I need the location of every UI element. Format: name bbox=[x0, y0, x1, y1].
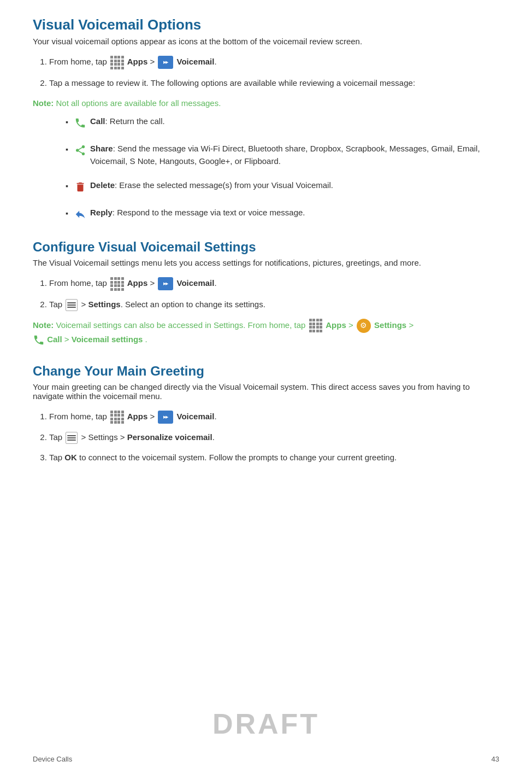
note2-period: . bbox=[145, 335, 147, 344]
apps-icon-3 bbox=[309, 319, 323, 332]
call-icon bbox=[73, 115, 88, 131]
bullet-share-content: Share: Send the message via Wi-Fi Direct… bbox=[90, 143, 499, 167]
apps-icon-4 bbox=[110, 411, 124, 424]
section3-subtitle: Your main greeting can be changed direct… bbox=[33, 382, 499, 401]
note2-body1: Voicemail settings can also be accessed … bbox=[56, 320, 308, 330]
apps-label-3: Apps bbox=[127, 412, 148, 421]
step2-2-suffix: > bbox=[81, 300, 88, 309]
note2-gt2: > bbox=[409, 320, 413, 330]
share-icon bbox=[73, 143, 88, 158]
delete-icon bbox=[73, 179, 88, 195]
note1: Note: Not all options are available for … bbox=[33, 97, 499, 110]
voicemail-label-3: Voicemail bbox=[177, 412, 215, 421]
section2-step2: Tap > Settings. Select an option to chan… bbox=[49, 298, 499, 311]
bullet-list-1: Call: Return the call. Share: Send the m… bbox=[66, 115, 499, 222]
step3-3-end: to connect to the voicemail system. Foll… bbox=[77, 453, 397, 462]
bullet-delete: Delete: Erase the selected message(s) fr… bbox=[66, 179, 499, 195]
step2-1-text: From home, tap bbox=[49, 278, 109, 288]
section1-step2: Tap a message to review it. The followin… bbox=[49, 77, 499, 90]
apps-label-2: Apps bbox=[127, 278, 148, 288]
section1-title: Visual Voicemail Options bbox=[33, 16, 499, 33]
bullet-call: Call: Return the call. bbox=[66, 115, 499, 131]
bullet-reply: Reply: Respond to the message via text o… bbox=[66, 207, 499, 222]
note2-label: Note: bbox=[33, 320, 54, 330]
gt-1: > bbox=[150, 57, 157, 66]
reply-icon bbox=[73, 207, 88, 222]
voicemail-label-2: Voicemail bbox=[177, 278, 215, 288]
voicemail-icon-3 bbox=[158, 411, 173, 424]
step3-2-end: . bbox=[212, 432, 215, 442]
section3-step3: Tap OK to connect to the voicemail syste… bbox=[49, 452, 499, 464]
step3-3-text: Tap bbox=[49, 453, 64, 462]
step2-2-prefix: Tap bbox=[49, 300, 64, 309]
menu-icon-1 bbox=[66, 299, 78, 311]
bullet-call-body: : Return the call. bbox=[105, 116, 164, 126]
settings-icon-note: ⚙ bbox=[357, 319, 371, 333]
step3-2-suffix: > Settings > bbox=[81, 432, 127, 442]
bullet-delete-body: : Erase the selected message(s) from you… bbox=[115, 180, 333, 190]
section3-step1: From home, tap Apps > Voicemail. bbox=[49, 411, 499, 424]
note2-apps: Apps bbox=[326, 320, 346, 330]
note2: Note: Voicemail settings can also be acc… bbox=[33, 319, 499, 346]
section2-title: Configure Visual Voicemail Settings bbox=[33, 239, 499, 255]
voicemail-icon-2 bbox=[158, 277, 173, 290]
note2-gt3: > bbox=[64, 335, 72, 344]
voicemail-icon-1 bbox=[158, 56, 173, 69]
note1-label: Note: bbox=[33, 98, 54, 108]
bullet-share: Share: Send the message via Wi-Fi Direct… bbox=[66, 143, 499, 167]
section3-title: Change Your Main Greeting bbox=[33, 364, 499, 379]
bullet-call-label: Call bbox=[90, 116, 105, 126]
step2-2-end: . Select an option to change its setting… bbox=[121, 300, 265, 309]
note2-settings: Settings bbox=[374, 320, 406, 330]
apps-icon-2 bbox=[110, 277, 124, 291]
bullet-call-content: Call: Return the call. bbox=[90, 115, 165, 128]
apps-icon bbox=[110, 56, 124, 69]
bullet-delete-label: Delete bbox=[90, 180, 115, 190]
section2-subtitle: The Visual Voicemail settings menu lets … bbox=[33, 258, 499, 267]
footer-right: 43 bbox=[492, 755, 499, 763]
voicemail-label-1: Voicemail bbox=[177, 57, 215, 66]
bullet-reply-content: Reply: Respond to the message via text o… bbox=[90, 207, 305, 219]
step3-1-text: From home, tap bbox=[49, 412, 109, 421]
section1-steps: From home, tap Apps > Voicemail. Tap a m… bbox=[49, 56, 499, 89]
step3-2-prefix: Tap bbox=[49, 432, 64, 442]
section2-step1: From home, tap Apps > Voicemail. bbox=[49, 277, 499, 291]
ok-label: OK bbox=[64, 453, 77, 462]
personalize-label: Personalize voicemail bbox=[127, 432, 212, 442]
section3-steps: From home, tap Apps > Voicemail. Tap > S… bbox=[49, 411, 499, 464]
settings-label-1: Settings bbox=[88, 300, 120, 309]
section1-subtitle: Your visual voicemail options appear as … bbox=[33, 37, 499, 46]
note2-call-icon bbox=[33, 334, 45, 346]
note2-gt1: > bbox=[348, 320, 356, 330]
section1-step1: From home, tap Apps > Voicemail. bbox=[49, 56, 499, 69]
bullet-share-body: : Send the message via Wi-Fi Direct, Blu… bbox=[90, 144, 480, 166]
bullet-reply-label: Reply bbox=[90, 208, 113, 217]
bullet-delete-content: Delete: Erase the selected message(s) fr… bbox=[90, 179, 333, 192]
step1-1-text: From home, tap bbox=[49, 57, 109, 66]
section3-step2: Tap > Settings > Personalize voicemail. bbox=[49, 431, 499, 444]
period-1: . bbox=[214, 57, 216, 66]
note1-body: Not all options are available for all me… bbox=[56, 98, 221, 108]
menu-icon-2 bbox=[66, 432, 78, 444]
bullet-reply-body: : Respond to the message via text or voi… bbox=[113, 208, 305, 217]
apps-label-1: Apps bbox=[127, 57, 148, 66]
section2-steps: From home, tap Apps > Voicemail. Tap > S… bbox=[49, 277, 499, 311]
note2-call: Call bbox=[47, 335, 62, 344]
note2-voicemail-settings: Voicemail settings bbox=[72, 335, 143, 344]
bullet-share-label: Share bbox=[90, 144, 113, 153]
footer-left: Device Calls bbox=[33, 755, 72, 763]
draft-watermark: DRAFT bbox=[212, 707, 320, 740]
